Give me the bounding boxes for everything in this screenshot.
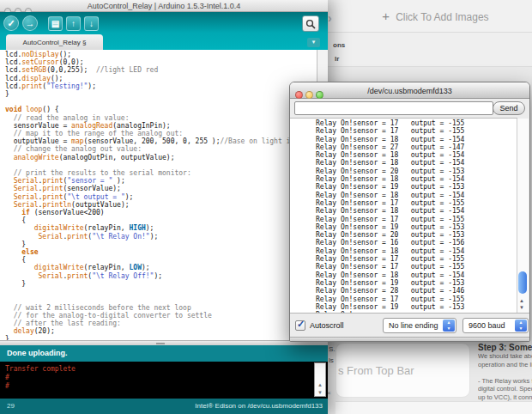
step-section: Step 3: Some We should take abooperation… (478, 343, 532, 410)
code-line: } (5, 280, 317, 288)
background-text-fragment: ons (333, 41, 345, 49)
serial-line: Relay On!sensor = 19 output = -153 (290, 279, 517, 287)
chevron-right-icon[interactable]: › (328, 11, 332, 25)
scroll-down-icon[interactable]: ▼ (317, 390, 323, 395)
verify-button[interactable]: ✓ (3, 15, 19, 31)
code-line: // map it to the range of the analog out… (5, 130, 317, 137)
new-sketch-button[interactable]: ▤ (48, 16, 63, 31)
step-heading: Step 3: Some (478, 343, 532, 352)
tab-autocontrol-relay[interactable]: AutoControl_Relay § (6, 34, 103, 50)
serial-output[interactable]: Relay On!sensor = 17 output = -155Relay … (290, 118, 517, 313)
code-line: void loop() { (5, 106, 317, 113)
screen: +Click To Add Images › s From Top Bar St… (0, 0, 532, 414)
serial-line: Relay On!sensor = 17 output = -155 (290, 255, 517, 263)
upload-button[interactable]: → (22, 15, 38, 31)
scroll-up-icon[interactable]: ▲ (519, 297, 524, 304)
baud-rate-dropdown[interactable]: 9600 baud ▲▼ (462, 318, 529, 333)
code-line (5, 288, 317, 295)
add-images-button[interactable]: +Click To Add Images (343, 0, 528, 33)
open-button[interactable]: ↑ (66, 16, 81, 31)
code-line: Serial.print(sensorValue); (5, 185, 317, 192)
serial-line: Relay On!sensor = 19 output = -153 (290, 223, 517, 231)
code-line: outputValue = map(sensorValue, 200, 500,… (5, 137, 317, 145)
check-icon: ✓ (297, 319, 305, 330)
tab-menu-button[interactable]: ▼ (307, 38, 320, 47)
code-line: // after the last reading: (5, 320, 317, 327)
serial-line: Relay On!sensor = 28 output = -146 (290, 287, 517, 295)
cursor-line-number: 29 (7, 399, 15, 414)
serial-scroll-arrows[interactable]: ▲ ▼ (519, 297, 524, 311)
code-line: // print the results to the serial monit… (5, 169, 317, 177)
code-line: // change the analog out value: (5, 145, 317, 153)
ide-toolbar: ✓ → ▤ ↑ ↓ AutoControl_Relay § ▼ (0, 12, 328, 50)
dropdown-stepper-icon: ▲▼ (443, 320, 455, 332)
serial-input-row: Send (290, 99, 529, 118)
serial-window-title: /dev/cu.usbmodemfd133 (290, 82, 529, 99)
step-text-line: up to VCC), it conn (478, 393, 532, 402)
scroll-thumb[interactable] (518, 271, 527, 294)
code-line: // wait 2 milliseconds before the next l… (5, 304, 317, 312)
serial-line: Relay On!sensor = 16 output = -156 (290, 239, 517, 247)
serial-line: Relay On!sensor = 17 output = -155 (290, 119, 517, 127)
board-and-port-label: Intel® Edison on /dev/cu.usbmodemfd133 (195, 399, 323, 414)
image-drop-placeholder[interactable]: s From Top Bar (336, 343, 470, 398)
console-scrollbar[interactable]: ▲ ▼ (314, 362, 326, 397)
serial-resize-strip[interactable] (290, 337, 529, 341)
page-bottom-strip (336, 401, 532, 414)
step-text-line: digital control. Spec (478, 385, 532, 393)
background-text-fragment: ls (329, 356, 334, 364)
console-line: # (5, 374, 328, 382)
background-text-fragment: S. (329, 345, 336, 353)
serial-line: Relay On!sensor = 27 output = -147 (290, 143, 517, 151)
serial-line: Relay On!sensor = 18 output = -154 (290, 192, 517, 199)
console-line: # (5, 382, 328, 391)
dropdown-stepper-icon: ▲▼ (515, 320, 527, 332)
scroll-up-icon[interactable]: ▲ (317, 382, 323, 387)
step-text-line: We should take abo (478, 352, 532, 361)
baud-rate-value: 9600 baud (469, 321, 505, 330)
code-line: { (5, 256, 317, 264)
plus-icon: + (382, 9, 390, 23)
placeholder-text: s From Top Bar (338, 364, 469, 377)
code-line: // read the analog in value: (5, 114, 317, 122)
serial-line: Relay On!sensor = 20 output = -153 (290, 231, 517, 239)
code-line: analogWrite(analogOutPin, outputValue); (5, 154, 317, 161)
serial-line: Relay On!sensor = 18 output = -154 (290, 175, 517, 183)
arduino-ide-window: AutoControl_Relay | Arduino 1.5.3-Intel.… (0, 0, 328, 414)
save-button[interactable]: ↓ (84, 16, 99, 31)
autoscroll-checkbox[interactable]: ✓ (295, 320, 305, 331)
ide-statusbar: 29 Intel® Edison on /dev/cu.usbmodemfd13… (0, 399, 328, 414)
serial-line: Relay On!sensor = 20 output = -153 (290, 167, 517, 175)
line-ending-dropdown[interactable]: No line ending ▲▼ (383, 318, 456, 333)
scroll-down-icon[interactable]: ▼ (519, 304, 524, 311)
ide-titlebar[interactable]: AutoControl_Relay | Arduino 1.5.3-Intel.… (0, 0, 328, 12)
send-button[interactable]: Send (493, 101, 525, 115)
serial-monitor-button[interactable] (302, 15, 319, 32)
serial-line: Relay On!sensor = 18 output = -154 (290, 159, 517, 167)
code-line: } (5, 240, 317, 248)
autoscroll-label: Autoscroll (310, 314, 344, 338)
serial-line: Relay On!sensor = 19 output = -153 (290, 183, 517, 191)
add-images-label: Click To Add Images (396, 11, 489, 23)
code-editor[interactable]: lcd.noDisplay();lcd.setCursor(0,0);lcd.s… (0, 50, 317, 340)
serial-line: Relay On!sensor = 18 output = -154 (290, 247, 517, 255)
serial-line: Relay On!sensor = 17 output = -155 (290, 199, 517, 207)
code-line: if (sensorValue<200) (5, 209, 317, 216)
serial-titlebar[interactable]: /dev/cu.usbmodemfd133 (290, 82, 529, 99)
serial-scrollbar[interactable]: ▲ ▼ (517, 119, 529, 313)
serial-line: Relay On!sensor = 19 output = -153 (290, 303, 517, 311)
serial-input[interactable] (294, 101, 493, 115)
ide-window-title: AutoControl_Relay | Arduino 1.5.3-Intel.… (0, 0, 328, 12)
serial-line: Relay On!sensor = 17 output = -155 (290, 216, 517, 223)
code-line: lcd.noDisplay(); (5, 51, 317, 58)
serial-line: Relay On!sensor = 18 output = -154 (290, 207, 517, 215)
code-line: lcd.print("Testing!"); (5, 82, 317, 90)
serial-line: Relay On!sensor = 18 output = -154 (290, 271, 517, 279)
upload-status-message: Done uploading. (0, 345, 328, 362)
step-text-line: - The Relay works f (478, 377, 532, 386)
code-line: // for the analog-to-digital converter t… (5, 312, 317, 320)
console-output: Transfer complete## (0, 362, 328, 399)
code-line: delay(20); (5, 327, 317, 335)
magnifier-icon (305, 19, 316, 30)
background-text-fragment: lr (335, 55, 339, 63)
